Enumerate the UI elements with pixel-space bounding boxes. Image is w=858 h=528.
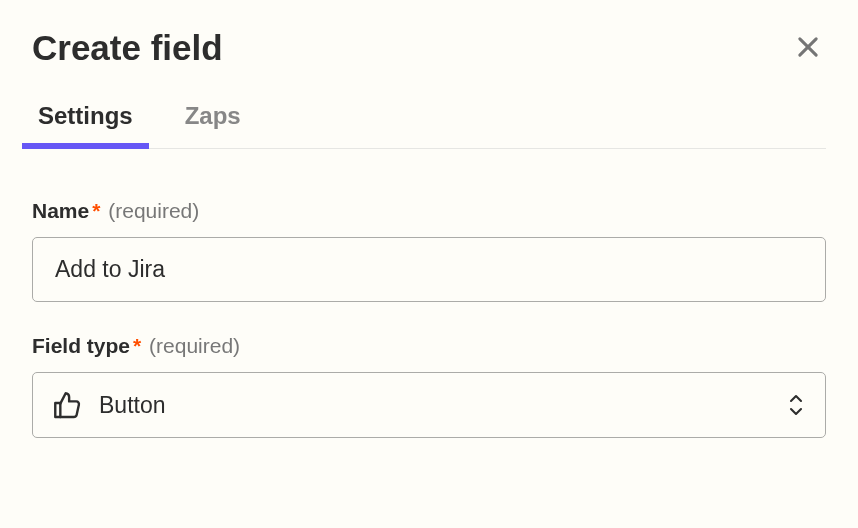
field-type-label: Field type* (required) [32,334,826,358]
name-label-text: Name [32,199,89,222]
field-type-label-text: Field type [32,334,130,357]
close-button[interactable] [790,29,826,68]
tab-settings[interactable]: Settings [32,94,139,148]
required-marker: * [133,334,141,357]
required-marker: * [92,199,100,222]
close-icon [794,33,822,64]
select-sorter-icon [785,391,807,419]
tab-bar: Settings Zaps [32,94,826,149]
required-hint: (required) [149,334,240,357]
name-input[interactable] [32,237,826,302]
field-type-select[interactable]: Button [32,372,826,438]
name-label: Name* (required) [32,199,826,223]
modal-title: Create field [32,28,223,68]
field-group-name: Name* (required) [32,199,826,302]
tab-zaps[interactable]: Zaps [179,94,247,148]
modal-header: Create field [32,28,826,68]
field-group-field-type: Field type* (required) Button [32,334,826,438]
thumbs-up-icon [51,389,83,421]
required-hint: (required) [108,199,199,222]
field-type-value: Button [99,392,769,419]
